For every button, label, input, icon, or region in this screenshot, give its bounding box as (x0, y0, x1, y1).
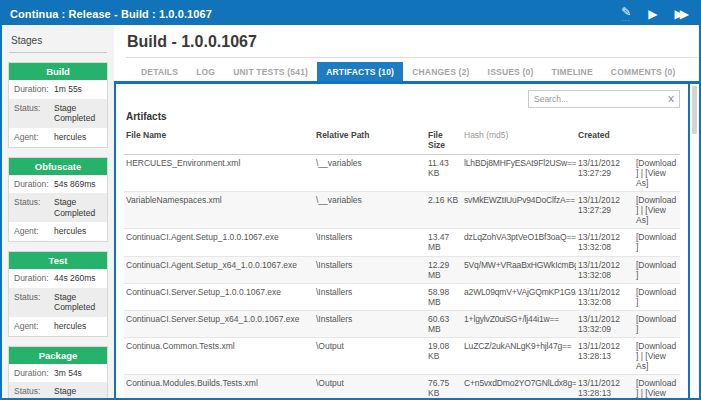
cell-actions: [Download] (634, 310, 680, 337)
cell-relative-path: \Output (314, 337, 426, 374)
cell-created: 13/11/2012 13:32:08 (576, 283, 634, 310)
cell-actions: [Download] | [View As] (634, 374, 680, 398)
download-link[interactable]: [Download] (636, 260, 676, 280)
fast-forward-icon[interactable]: ▶▶ (675, 8, 689, 20)
status-label: Status: (14, 197, 54, 218)
cell-actions: [Download] | [View As] (634, 337, 680, 374)
cell-file-name: ContinuaCI.Agent.Setup_1.0.0.1067.exe (124, 229, 314, 256)
main-panel: Build - 1.0.0.1067 DetailsLogUnit Tests … (114, 25, 699, 398)
cell-relative-path: \Installers (314, 229, 426, 256)
header-file-name[interactable]: File Name (124, 126, 314, 155)
agent-label: Agent: (14, 226, 54, 237)
stage-card: Obfuscate Duration: 54s 869ms Status: St… (8, 157, 108, 243)
status-value: Stage Completed (54, 292, 102, 313)
cell-file-name: ContinuaCI.Server.Setup_1.0.0.1067.exe (124, 283, 314, 310)
cell-actions: [Download] | [View As] (634, 192, 680, 229)
cell-file-size: 12.29 MB (426, 256, 462, 283)
stage-duration-row: Duration: 54s 869ms (9, 175, 107, 194)
tab[interactable]: Log (187, 62, 224, 81)
table-row: HERCULES_Environment.xml \__variables 11… (124, 155, 680, 192)
cell-relative-path: \__variables (314, 155, 426, 192)
cell-created: 13/11/2012 13:28:13 (576, 337, 634, 374)
cell-actions: [Download] (634, 256, 680, 283)
agent-label: Agent: (14, 132, 54, 143)
tab[interactable]: Unit Tests (541) (224, 62, 317, 81)
cell-actions: [Download] | [View As] (634, 155, 680, 192)
header-actions (634, 126, 680, 155)
window-title: Continua : Release - Build : 1.0.0.1067 (10, 8, 212, 20)
actions-separator: | (641, 388, 643, 398)
edit-icon[interactable]: ✎... (621, 6, 631, 22)
cell-file-size: 60.63 MB (426, 310, 462, 337)
cell-created: 13/11/2012 13:27:29 (576, 155, 634, 192)
cell-created: 13/11/2012 13:27:29 (576, 192, 634, 229)
duration-value: 1m 55s (54, 84, 102, 95)
artifacts-content: X Artifacts File Name Relative Path (114, 84, 690, 398)
stage-duration-row: Duration: 1m 55s (9, 80, 107, 99)
search-clear-icon[interactable]: X (663, 94, 679, 104)
stage-card: Test Duration: 44s 260ms Status: Stage C… (8, 251, 108, 337)
header-file-size[interactable]: File Size (426, 126, 462, 155)
scrollbar-thumb[interactable] (692, 86, 697, 134)
status-label: Status: (14, 292, 54, 313)
cell-hash: svMkEWZtIUuPv94DoClfzA== (462, 192, 576, 229)
cell-file-size: 19.08 KB (426, 337, 462, 374)
section-title: Artifacts (126, 111, 680, 122)
agent-value: hercules (54, 132, 102, 143)
duration-label: Duration: (14, 179, 54, 190)
play-icon[interactable]: ▶ (648, 8, 657, 20)
cell-hash: dzLqZohVA3ptVeO1Bf3oaQ== (462, 229, 576, 256)
edit-icon-dots: ... (622, 17, 631, 22)
search-box: X (528, 90, 680, 108)
cell-created: 13/11/2012 13:28:13 (576, 374, 634, 398)
title-divider (126, 57, 699, 58)
scrollbar-track[interactable] (690, 84, 699, 398)
tab[interactable]: Timeline (543, 62, 602, 81)
stage-agent-row: Agent: hercules (9, 317, 107, 336)
search-input[interactable] (529, 94, 663, 104)
cell-relative-path: \Installers (314, 310, 426, 337)
stages-list: Build Duration: 1m 55s Status: Stage Com… (8, 62, 108, 398)
stage-name: Obfuscate (9, 158, 107, 175)
cell-created: 13/11/2012 13:32:08 (576, 229, 634, 256)
top-bar: Continua : Release - Build : 1.0.0.1067 … (2, 2, 699, 25)
stages-sidebar: Stages Build Duration: 1m 55s Status: St… (2, 25, 114, 398)
agent-value: hercules (54, 226, 102, 237)
download-link[interactable]: [Download] (636, 232, 676, 252)
stage-status-row: Status: Stage Completed (9, 99, 107, 128)
cell-file-size: 76.75 KB (426, 374, 462, 398)
download-link[interactable]: [Download] (636, 287, 676, 307)
tab-bar: DetailsLogUnit Tests (541)Artifacts (10)… (132, 62, 699, 81)
table-row: ContinuaCI.Agent.Setup_1.0.0.1067.exe \I… (124, 229, 680, 256)
duration-label: Duration: (14, 368, 54, 379)
cell-hash: a2WL09qmV+VAjGQmKP1G9A== (462, 283, 576, 310)
cell-file-name: Continua.Common.Tests.xml (124, 337, 314, 374)
continua-build-page: Continua : Release - Build : 1.0.0.1067 … (0, 0, 701, 400)
tab[interactable]: Artifacts (10) (317, 62, 403, 81)
cell-hash: LuZCZ/2ukANLgK9+hjl47g== (462, 337, 576, 374)
cell-file-name: ContinuaCI.Server.Setup_x64_1.0.0.1067.e… (124, 310, 314, 337)
tab[interactable]: Comments (0) (602, 62, 685, 81)
actions-separator: | (641, 351, 643, 361)
duration-label: Duration: (14, 84, 54, 95)
stage-card: Build Duration: 1m 55s Status: Stage Com… (8, 62, 108, 148)
stage-duration-row: Duration: 44s 260ms (9, 269, 107, 288)
tab[interactable]: Changes (2) (403, 62, 478, 81)
header-created[interactable]: Created (576, 126, 634, 155)
table-row: ContinuaCI.Server.Setup_x64_1.0.0.1067.e… (124, 310, 680, 337)
table-row: Continua.Common.Tests.xml \Output 19.08 … (124, 337, 680, 374)
cell-file-name: Continua.Modules.Builds.Tests.xml (124, 374, 314, 398)
cell-hash: 1+lgylvZ0uiSG+/lj44i1w== (462, 310, 576, 337)
tab[interactable]: Details (132, 62, 187, 81)
cell-created: 13/11/2012 13:32:08 (576, 256, 634, 283)
tab[interactable]: Issues (0) (479, 62, 543, 81)
header-relative-path[interactable]: Relative Path (314, 126, 426, 155)
download-link[interactable]: [Download] (636, 314, 676, 334)
cell-hash: 5Vq/MW+VRaaBxHGWkIcmBg== (462, 256, 576, 283)
stage-name: Build (9, 63, 107, 80)
cell-file-size: 11.43 KB (426, 155, 462, 192)
actions-separator: | (641, 168, 643, 178)
stage-status-row: Status: Stage Completed (9, 193, 107, 222)
cell-relative-path: \Installers (314, 256, 426, 283)
stage-status-row: Status: Stage Completed (9, 382, 107, 398)
